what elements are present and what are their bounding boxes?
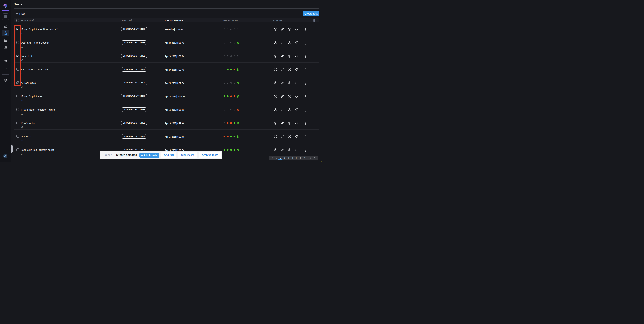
svg-text:AI: AI [4, 4, 7, 7]
